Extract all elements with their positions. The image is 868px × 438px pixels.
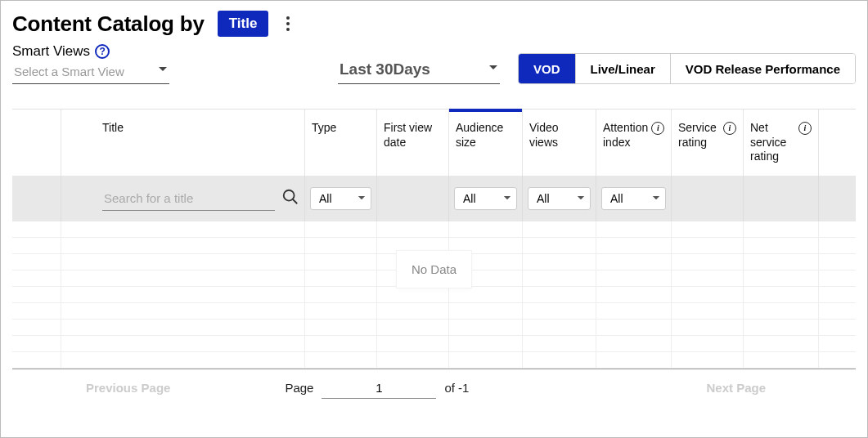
svg-point-0 [284, 190, 295, 200]
smart-view-placeholder: Select a Smart View [14, 65, 124, 78]
content-catalog-panel: Content Catalog by Title Smart Views ? S… [0, 0, 868, 438]
previous-page-button[interactable]: Previous Page [86, 381, 170, 395]
filter-audience-value: All [463, 192, 476, 205]
more-options-button[interactable] [281, 11, 295, 36]
next-page-button[interactable]: Next Page [706, 381, 766, 395]
column-spacer [12, 110, 61, 176]
chevron-down-icon [503, 195, 511, 201]
search-icon[interactable] [281, 188, 299, 209]
segment-vod[interactable]: VOD [519, 54, 575, 83]
table-row [12, 221, 856, 238]
catalog-table: Title Type First view date Audience size… [12, 109, 856, 400]
page-label: Page [285, 381, 313, 395]
smart-views-label: Smart Views ? [12, 43, 184, 60]
filter-audience-select[interactable]: All [454, 187, 517, 210]
table-row [12, 303, 856, 320]
filter-attention-value: All [610, 192, 623, 205]
filter-attention-cell: All [596, 176, 672, 221]
info-icon[interactable]: i [651, 122, 664, 135]
filter-service-rating-cell [672, 176, 744, 221]
table-row [12, 336, 856, 352]
title-search-cell [61, 176, 305, 221]
chevron-down-icon [577, 195, 585, 201]
filter-type-value: All [319, 192, 332, 205]
title-search-input[interactable] [102, 186, 275, 211]
segment-vod-release-performance[interactable]: VOD Release Performance [670, 54, 855, 83]
svg-line-1 [293, 199, 298, 203]
column-title[interactable]: Title [61, 110, 305, 176]
pagination: Previous Page Page of -1 Next Page [12, 369, 856, 400]
filter-audience-cell: All [449, 176, 523, 221]
column-first-view-date[interactable]: First view date [377, 110, 449, 176]
page-title: Content Catalog by [12, 11, 205, 37]
filter-type-select[interactable]: All [310, 187, 371, 210]
filter-first-view-cell [377, 176, 449, 221]
table-row [12, 287, 856, 303]
filter-video-views-value: All [537, 192, 550, 205]
page-indicator: Page of -1 [285, 378, 469, 399]
info-icon[interactable]: i [798, 122, 812, 135]
catalog-by-chip[interactable]: Title [218, 11, 269, 37]
column-type[interactable]: Type [305, 110, 377, 176]
filter-video-views-select[interactable]: All [528, 187, 591, 210]
segment-live-linear[interactable]: Live/Linear [575, 54, 670, 83]
date-range-value: Last 30Days [340, 60, 430, 78]
column-audience-size[interactable]: Audience size [449, 110, 523, 176]
controls-row: Smart Views ? Select a Smart View Last 3… [12, 43, 856, 84]
help-icon[interactable]: ? [95, 44, 110, 59]
table-filter-row: All All All All [12, 176, 856, 221]
filter-attention-select[interactable]: All [601, 187, 666, 210]
table-header-row: Title Type First view date Audience size… [12, 110, 856, 176]
filter-type-cell: All [305, 176, 377, 221]
chevron-down-icon [358, 195, 366, 201]
page-number-input[interactable] [322, 378, 436, 399]
no-data-message: No Data [397, 251, 471, 288]
header: Content Catalog by Title [12, 11, 856, 37]
date-range-select[interactable]: Last 30Days [338, 56, 500, 84]
filter-video-views-cell: All [523, 176, 596, 221]
page-of-label: of -1 [444, 381, 469, 395]
table-body: No Data [12, 221, 856, 369]
smart-views-label-text: Smart Views [12, 43, 90, 60]
chevron-down-icon [488, 57, 498, 75]
smart-views: Smart Views ? Select a Smart View [12, 43, 184, 84]
filter-spacer [12, 176, 61, 221]
chevron-down-icon [652, 195, 660, 201]
column-attention-index[interactable]: Attention index i [596, 110, 672, 176]
column-service-rating[interactable]: Service rating i [672, 110, 744, 176]
column-net-service-rating[interactable]: Net service rating i [744, 110, 819, 176]
chevron-down-icon [158, 61, 168, 75]
column-video-views[interactable]: Video views [523, 110, 596, 176]
filter-net-service-cell [744, 176, 819, 221]
view-mode-segment: VOD Live/Linear VOD Release Performance [518, 53, 856, 84]
table-row [12, 352, 856, 369]
info-icon[interactable]: i [723, 122, 736, 135]
smart-view-select[interactable]: Select a Smart View [12, 60, 169, 84]
table-row [12, 320, 856, 336]
